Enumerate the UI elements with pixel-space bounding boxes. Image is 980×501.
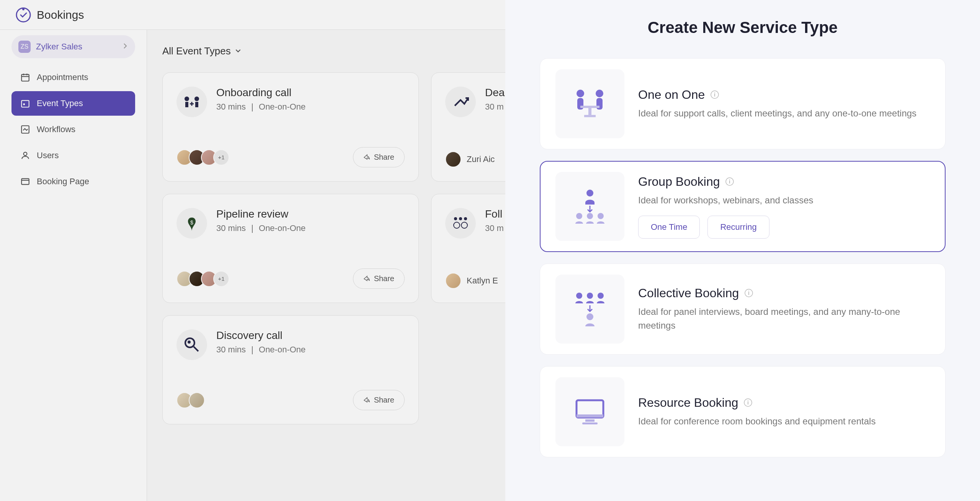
event-types-icon — [20, 98, 31, 109]
avatar-extra-count: +1 — [213, 149, 229, 165]
event-type: One-on-One — [259, 223, 305, 233]
event-type: One-on-One — [259, 102, 305, 111]
svg-point-37 — [587, 213, 593, 219]
event-meta: 30 mins | One-on-One — [216, 345, 305, 355]
avatar-name: Zuri Aic — [467, 154, 495, 164]
info-icon[interactable]: i — [710, 90, 719, 99]
svg-point-13 — [194, 97, 199, 101]
event-card[interactable]: $ Pipeline review 30 mins | One-on-One — [162, 194, 419, 303]
svg-rect-6 — [21, 100, 29, 107]
event-card[interactable]: Onboarding call 30 mins | One-on-One +1 — [162, 72, 419, 182]
svg-rect-29 — [580, 106, 599, 108]
deal-icon — [445, 87, 476, 117]
svg-point-1 — [22, 8, 24, 10]
service-desc: Ideal for support calls, client meetings… — [638, 106, 930, 120]
avatar-group: +1 — [176, 149, 229, 165]
avatar-group: +1 — [176, 271, 229, 287]
svg-point-36 — [576, 213, 582, 219]
sub-option-one-time[interactable]: One Time — [638, 216, 700, 239]
svg-point-43 — [598, 293, 604, 299]
svg-text:$: $ — [190, 219, 193, 226]
nav-item-booking-page[interactable]: Booking Page — [11, 169, 135, 194]
workflows-icon — [20, 124, 31, 135]
event-title: Pipeline review — [216, 208, 305, 220]
nav-label: Event Types — [37, 98, 83, 108]
onboarding-icon — [176, 87, 207, 117]
svg-rect-30 — [588, 108, 591, 116]
svg-point-34 — [586, 190, 593, 196]
chevron-down-icon[interactable] — [235, 47, 242, 56]
avatar-group — [176, 392, 205, 408]
sub-option-recurring[interactable]: Recurring — [707, 216, 769, 239]
svg-rect-7 — [23, 103, 25, 105]
share-button[interactable]: Share — [353, 390, 405, 410]
app-logo-icon — [15, 7, 31, 23]
svg-point-12 — [185, 97, 189, 101]
share-label: Share — [374, 396, 394, 404]
service-title: Resource Booking — [638, 396, 738, 410]
service-desc: Ideal for workshops, webinars, and class… — [638, 193, 930, 207]
avatar-group: Zuri Aic — [445, 151, 495, 167]
event-duration: 30 mins — [216, 345, 246, 354]
avatar — [445, 273, 461, 289]
svg-rect-15 — [195, 102, 198, 107]
create-service-type-modal: Create New Service Type One on One i Ide… — [505, 0, 980, 501]
workspace-selector[interactable]: ZS Zylker Sales — [11, 35, 135, 58]
service-desc: Ideal for panel interviews, board meetin… — [638, 305, 930, 332]
event-card[interactable]: Discovery call 30 mins | One-on-One — [162, 315, 419, 424]
avatar — [189, 392, 205, 408]
nav-label: Appointments — [37, 72, 88, 82]
service-option-group-booking[interactable]: Group Booking i Ideal for workshops, web… — [540, 161, 946, 252]
event-title: Onboarding call — [216, 87, 305, 99]
svg-rect-10 — [21, 178, 29, 184]
service-title: Group Booking — [638, 175, 720, 189]
sidebar: ZS Zylker Sales Appointments Event Types — [0, 30, 147, 501]
event-duration: 30 mins — [216, 223, 246, 233]
nav-label: Workflows — [37, 124, 75, 134]
event-meta: 30 mins | One-on-One — [216, 102, 305, 112]
svg-line-23 — [194, 347, 198, 351]
event-meta: 30 m — [485, 102, 505, 112]
collective-booking-icon — [555, 275, 624, 344]
share-button[interactable]: Share — [353, 147, 405, 167]
nav-label: Users — [37, 151, 59, 160]
event-duration: 30 mins — [216, 102, 246, 111]
svg-rect-50 — [585, 419, 595, 422]
share-label: Share — [374, 274, 394, 283]
svg-rect-49 — [577, 414, 603, 418]
svg-point-19 — [454, 217, 457, 220]
share-button[interactable]: Share — [353, 269, 405, 289]
share-icon — [363, 275, 370, 282]
share-icon — [363, 397, 370, 404]
nav-item-appointments[interactable]: Appointments — [11, 65, 135, 90]
share-icon — [363, 154, 370, 161]
info-icon[interactable]: i — [725, 177, 734, 186]
svg-rect-2 — [21, 74, 29, 81]
avatar-name: Katlyn E — [467, 276, 498, 286]
svg-text:i: i — [748, 399, 749, 406]
avatar-group: Katlyn E — [445, 273, 498, 289]
service-title: One on One — [638, 88, 705, 102]
svg-text:i: i — [729, 178, 731, 185]
info-icon[interactable]: i — [743, 398, 753, 407]
nav-item-workflows[interactable]: Workflows — [11, 117, 135, 142]
group-booking-icon — [555, 172, 624, 241]
svg-point-20 — [459, 217, 462, 220]
pipeline-icon: $ — [176, 208, 207, 239]
svg-point-38 — [598, 213, 604, 219]
service-option-collective-booking[interactable]: Collective Booking i Ideal for panel int… — [540, 264, 946, 355]
nav-item-event-types[interactable]: Event Types — [11, 91, 135, 116]
modal-title: Create New Service Type — [505, 0, 980, 58]
svg-point-25 — [577, 90, 584, 97]
service-option-resource-booking[interactable]: Resource Booking i Ideal for conference … — [540, 366, 946, 457]
info-icon[interactable]: i — [744, 288, 753, 298]
svg-rect-31 — [584, 115, 596, 117]
service-option-one-on-one[interactable]: One on One i Ideal for support calls, cl… — [540, 58, 946, 149]
service-desc: Ideal for conference room bookings and e… — [638, 414, 930, 428]
svg-point-17 — [454, 222, 460, 228]
workspace-badge: ZS — [18, 41, 31, 53]
one-on-one-icon — [555, 69, 624, 138]
resource-booking-icon — [555, 377, 624, 446]
nav-item-users[interactable]: Users — [11, 143, 135, 168]
event-title: Discovery call — [216, 329, 305, 342]
